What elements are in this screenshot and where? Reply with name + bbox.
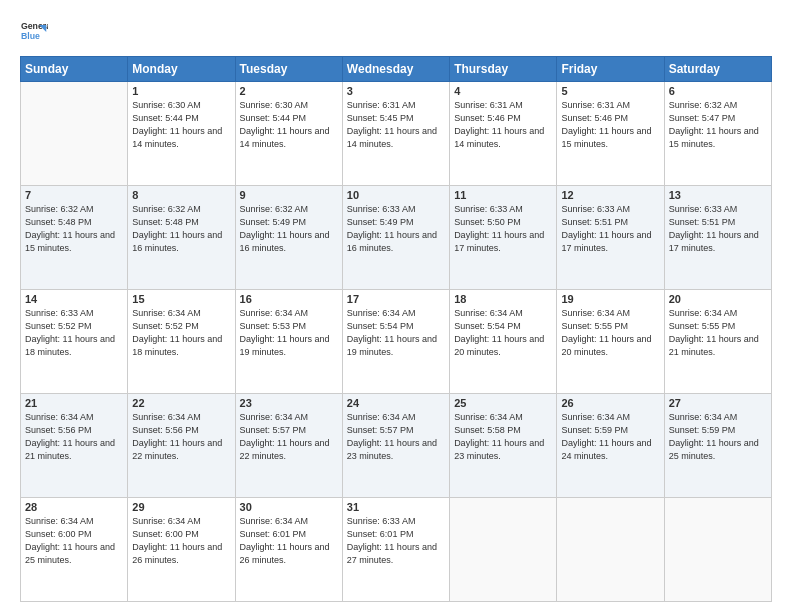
day-info: Sunrise: 6:32 AMSunset: 5:49 PMDaylight:… [240,203,338,255]
day-info: Sunrise: 6:32 AMSunset: 5:48 PMDaylight:… [132,203,230,255]
day-info: Sunrise: 6:34 AMSunset: 5:55 PMDaylight:… [561,307,659,359]
day-info: Sunrise: 6:34 AMSunset: 5:57 PMDaylight:… [240,411,338,463]
day-info: Sunrise: 6:34 AMSunset: 5:56 PMDaylight:… [25,411,123,463]
col-header-tuesday: Tuesday [235,57,342,82]
day-cell: 6Sunrise: 6:32 AMSunset: 5:47 PMDaylight… [664,82,771,186]
day-number: 4 [454,85,552,97]
day-cell: 31Sunrise: 6:33 AMSunset: 6:01 PMDayligh… [342,498,449,602]
day-cell: 8Sunrise: 6:32 AMSunset: 5:48 PMDaylight… [128,186,235,290]
day-number: 26 [561,397,659,409]
page: General Blue SundayMondayTuesdayWednesda… [0,0,792,612]
day-info: Sunrise: 6:34 AMSunset: 6:00 PMDaylight:… [132,515,230,567]
day-cell: 30Sunrise: 6:34 AMSunset: 6:01 PMDayligh… [235,498,342,602]
day-cell: 11Sunrise: 6:33 AMSunset: 5:50 PMDayligh… [450,186,557,290]
day-cell: 29Sunrise: 6:34 AMSunset: 6:00 PMDayligh… [128,498,235,602]
day-number: 27 [669,397,767,409]
day-cell: 7Sunrise: 6:32 AMSunset: 5:48 PMDaylight… [21,186,128,290]
day-number: 2 [240,85,338,97]
day-info: Sunrise: 6:31 AMSunset: 5:46 PMDaylight:… [561,99,659,151]
svg-text:Blue: Blue [21,31,40,41]
week-row-2: 7Sunrise: 6:32 AMSunset: 5:48 PMDaylight… [21,186,772,290]
day-info: Sunrise: 6:33 AMSunset: 5:50 PMDaylight:… [454,203,552,255]
day-number: 13 [669,189,767,201]
day-cell: 12Sunrise: 6:33 AMSunset: 5:51 PMDayligh… [557,186,664,290]
header-row: SundayMondayTuesdayWednesdayThursdayFrid… [21,57,772,82]
day-info: Sunrise: 6:32 AMSunset: 5:47 PMDaylight:… [669,99,767,151]
day-info: Sunrise: 6:34 AMSunset: 5:58 PMDaylight:… [454,411,552,463]
day-info: Sunrise: 6:34 AMSunset: 5:56 PMDaylight:… [132,411,230,463]
day-cell: 22Sunrise: 6:34 AMSunset: 5:56 PMDayligh… [128,394,235,498]
logo: General Blue [20,18,48,46]
day-info: Sunrise: 6:34 AMSunset: 5:53 PMDaylight:… [240,307,338,359]
day-number: 28 [25,501,123,513]
day-number: 14 [25,293,123,305]
day-cell: 25Sunrise: 6:34 AMSunset: 5:58 PMDayligh… [450,394,557,498]
day-cell: 28Sunrise: 6:34 AMSunset: 6:00 PMDayligh… [21,498,128,602]
day-cell: 24Sunrise: 6:34 AMSunset: 5:57 PMDayligh… [342,394,449,498]
day-number: 8 [132,189,230,201]
day-info: Sunrise: 6:33 AMSunset: 6:01 PMDaylight:… [347,515,445,567]
day-info: Sunrise: 6:34 AMSunset: 6:00 PMDaylight:… [25,515,123,567]
day-info: Sunrise: 6:34 AMSunset: 5:59 PMDaylight:… [561,411,659,463]
day-info: Sunrise: 6:32 AMSunset: 5:48 PMDaylight:… [25,203,123,255]
day-number: 6 [669,85,767,97]
week-row-5: 28Sunrise: 6:34 AMSunset: 6:00 PMDayligh… [21,498,772,602]
day-number: 12 [561,189,659,201]
day-number: 23 [240,397,338,409]
day-info: Sunrise: 6:33 AMSunset: 5:51 PMDaylight:… [669,203,767,255]
day-number: 15 [132,293,230,305]
day-info: Sunrise: 6:31 AMSunset: 5:45 PMDaylight:… [347,99,445,151]
day-info: Sunrise: 6:30 AMSunset: 5:44 PMDaylight:… [240,99,338,151]
day-cell: 26Sunrise: 6:34 AMSunset: 5:59 PMDayligh… [557,394,664,498]
day-cell: 20Sunrise: 6:34 AMSunset: 5:55 PMDayligh… [664,290,771,394]
day-number: 11 [454,189,552,201]
day-number: 5 [561,85,659,97]
day-info: Sunrise: 6:33 AMSunset: 5:51 PMDaylight:… [561,203,659,255]
day-cell: 5Sunrise: 6:31 AMSunset: 5:46 PMDaylight… [557,82,664,186]
day-info: Sunrise: 6:34 AMSunset: 5:54 PMDaylight:… [454,307,552,359]
day-number: 7 [25,189,123,201]
day-number: 17 [347,293,445,305]
day-number: 19 [561,293,659,305]
day-info: Sunrise: 6:34 AMSunset: 5:52 PMDaylight:… [132,307,230,359]
day-number: 21 [25,397,123,409]
day-info: Sunrise: 6:34 AMSunset: 5:57 PMDaylight:… [347,411,445,463]
day-info: Sunrise: 6:34 AMSunset: 5:54 PMDaylight:… [347,307,445,359]
day-cell [450,498,557,602]
day-number: 24 [347,397,445,409]
col-header-wednesday: Wednesday [342,57,449,82]
day-number: 9 [240,189,338,201]
day-cell: 2Sunrise: 6:30 AMSunset: 5:44 PMDaylight… [235,82,342,186]
day-info: Sunrise: 6:33 AMSunset: 5:49 PMDaylight:… [347,203,445,255]
day-cell: 9Sunrise: 6:32 AMSunset: 5:49 PMDaylight… [235,186,342,290]
day-info: Sunrise: 6:30 AMSunset: 5:44 PMDaylight:… [132,99,230,151]
col-header-saturday: Saturday [664,57,771,82]
day-cell: 3Sunrise: 6:31 AMSunset: 5:45 PMDaylight… [342,82,449,186]
day-cell: 14Sunrise: 6:33 AMSunset: 5:52 PMDayligh… [21,290,128,394]
day-number: 20 [669,293,767,305]
col-header-thursday: Thursday [450,57,557,82]
day-number: 25 [454,397,552,409]
day-info: Sunrise: 6:31 AMSunset: 5:46 PMDaylight:… [454,99,552,151]
day-cell: 1Sunrise: 6:30 AMSunset: 5:44 PMDaylight… [128,82,235,186]
week-row-1: 1Sunrise: 6:30 AMSunset: 5:44 PMDaylight… [21,82,772,186]
day-cell [21,82,128,186]
day-cell: 16Sunrise: 6:34 AMSunset: 5:53 PMDayligh… [235,290,342,394]
logo-icon: General Blue [20,18,48,46]
day-info: Sunrise: 6:33 AMSunset: 5:52 PMDaylight:… [25,307,123,359]
day-number: 22 [132,397,230,409]
day-number: 10 [347,189,445,201]
day-cell: 10Sunrise: 6:33 AMSunset: 5:49 PMDayligh… [342,186,449,290]
day-number: 1 [132,85,230,97]
day-info: Sunrise: 6:34 AMSunset: 6:01 PMDaylight:… [240,515,338,567]
day-cell: 17Sunrise: 6:34 AMSunset: 5:54 PMDayligh… [342,290,449,394]
col-header-sunday: Sunday [21,57,128,82]
week-row-4: 21Sunrise: 6:34 AMSunset: 5:56 PMDayligh… [21,394,772,498]
col-header-monday: Monday [128,57,235,82]
day-cell [664,498,771,602]
day-cell: 13Sunrise: 6:33 AMSunset: 5:51 PMDayligh… [664,186,771,290]
day-info: Sunrise: 6:34 AMSunset: 5:59 PMDaylight:… [669,411,767,463]
day-cell: 15Sunrise: 6:34 AMSunset: 5:52 PMDayligh… [128,290,235,394]
day-number: 18 [454,293,552,305]
col-header-friday: Friday [557,57,664,82]
